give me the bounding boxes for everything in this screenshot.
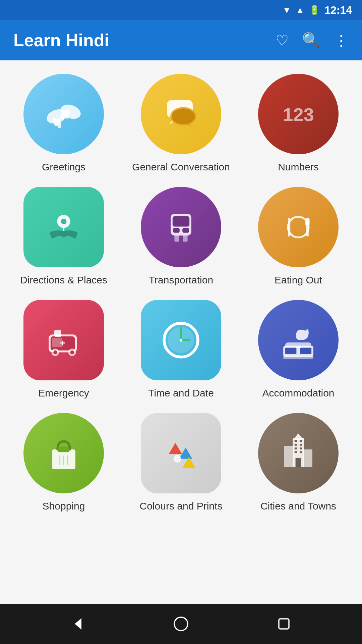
svg-marker-48 bbox=[169, 443, 182, 454]
svg-rect-40 bbox=[285, 347, 297, 354]
battery-icon: 🔋 bbox=[309, 5, 320, 15]
accommodation-svg bbox=[275, 317, 322, 364]
svg-rect-60 bbox=[295, 447, 297, 449]
category-eating-out[interactable]: Eating Out bbox=[245, 187, 352, 286]
accommodation-icon bbox=[258, 300, 339, 380]
svg-rect-41 bbox=[300, 347, 312, 354]
time-svg bbox=[158, 317, 204, 364]
svg-rect-59 bbox=[300, 444, 302, 446]
svg-rect-39 bbox=[285, 342, 311, 348]
svg-point-28 bbox=[53, 351, 57, 354]
svg-rect-19 bbox=[183, 235, 188, 242]
svg-rect-63 bbox=[300, 451, 302, 453]
colours-icon bbox=[141, 413, 221, 493]
svg-rect-61 bbox=[300, 447, 302, 449]
cities-icon bbox=[258, 413, 339, 493]
navigation-bar bbox=[0, 604, 362, 644]
category-grid: Greetings General Conversation 123 bbox=[10, 74, 352, 513]
category-shopping[interactable]: Shopping bbox=[10, 413, 117, 513]
svg-rect-67 bbox=[279, 619, 289, 629]
cities-towns-label: Cities and Towns bbox=[260, 499, 336, 513]
numbers-svg: 123 bbox=[275, 91, 322, 138]
time-date-label: Time and Date bbox=[148, 386, 214, 399]
svg-rect-17 bbox=[182, 228, 189, 233]
shopping-svg bbox=[40, 430, 87, 477]
emergency-icon: + bbox=[23, 300, 104, 380]
directions-svg bbox=[40, 204, 87, 251]
svg-rect-57 bbox=[300, 440, 302, 442]
svg-rect-64 bbox=[296, 458, 301, 467]
svg-point-37 bbox=[180, 339, 182, 341]
svg-rect-21 bbox=[288, 218, 290, 236]
header-actions: ♡ 🔍 ⋮ bbox=[276, 32, 349, 49]
category-cities-towns[interactable]: Cities and Towns bbox=[245, 413, 352, 513]
eating-icon bbox=[258, 187, 339, 267]
status-icons: ▼ ▲ 🔋 12:14 bbox=[283, 4, 352, 16]
transportation-svg bbox=[158, 204, 204, 251]
greetings-label: Greetings bbox=[42, 160, 85, 173]
recents-button[interactable] bbox=[270, 610, 297, 637]
svg-point-51 bbox=[174, 455, 181, 463]
directions-places-label: Directions & Places bbox=[20, 273, 107, 286]
app-title: Learn Hindi bbox=[13, 30, 276, 50]
svg-rect-62 bbox=[295, 451, 297, 453]
category-accommodation[interactable]: Accommodation bbox=[245, 300, 352, 399]
greetings-icon bbox=[23, 74, 104, 154]
numbers-label: Numbers bbox=[278, 160, 319, 173]
header: Learn Hindi ♡ 🔍 ⋮ bbox=[0, 20, 362, 60]
category-time-date[interactable]: Time and Date bbox=[127, 300, 235, 399]
category-general-conversation[interactable]: General Conversation bbox=[127, 74, 235, 173]
favorite-button[interactable]: ♡ bbox=[276, 32, 289, 49]
svg-rect-55 bbox=[303, 449, 312, 467]
status-bar: ▼ ▲ 🔋 12:14 bbox=[0, 0, 362, 20]
colours-prints-label: Colours and Prints bbox=[140, 499, 223, 513]
category-numbers[interactable]: 123 Numbers bbox=[245, 74, 352, 173]
time-icon bbox=[141, 300, 221, 380]
svg-marker-65 bbox=[75, 618, 81, 630]
wifi-icon: ▼ bbox=[283, 5, 291, 15]
category-transportation[interactable]: Transportation bbox=[127, 187, 235, 286]
svg-rect-56 bbox=[295, 440, 297, 442]
numbers-icon: 123 bbox=[258, 74, 339, 154]
svg-rect-58 bbox=[295, 444, 297, 446]
svg-point-13 bbox=[61, 219, 67, 224]
category-directions-places[interactable]: Directions & Places bbox=[10, 187, 117, 286]
status-time: 12:14 bbox=[324, 4, 352, 16]
eating-svg bbox=[275, 204, 322, 251]
more-options-button[interactable]: ⋮ bbox=[334, 32, 349, 49]
svg-rect-42 bbox=[283, 356, 313, 359]
general-conversation-label: General Conversation bbox=[132, 160, 230, 173]
directions-icon bbox=[23, 187, 104, 267]
svg-rect-15 bbox=[173, 216, 189, 227]
emergency-svg: + bbox=[40, 317, 87, 364]
back-button[interactable] bbox=[65, 610, 92, 637]
main-content: Greetings General Conversation 123 bbox=[0, 60, 362, 604]
svg-point-29 bbox=[70, 351, 74, 354]
svg-text:123: 123 bbox=[283, 104, 314, 125]
svg-marker-53 bbox=[293, 433, 304, 440]
svg-rect-32 bbox=[52, 338, 62, 347]
svg-rect-18 bbox=[174, 235, 179, 242]
transportation-label: Transportation bbox=[149, 273, 213, 286]
category-colours-prints[interactable]: Colours and Prints bbox=[127, 413, 235, 513]
svg-rect-16 bbox=[173, 228, 180, 233]
svg-point-66 bbox=[174, 617, 188, 631]
eating-out-label: Eating Out bbox=[275, 273, 322, 286]
shopping-icon bbox=[23, 413, 104, 493]
svg-rect-30 bbox=[54, 330, 61, 337]
conversation-svg bbox=[158, 91, 204, 138]
category-greetings[interactable]: Greetings bbox=[10, 74, 117, 173]
home-button[interactable] bbox=[168, 610, 194, 637]
svg-rect-44 bbox=[58, 446, 69, 452]
general-icon bbox=[141, 74, 221, 154]
svg-rect-54 bbox=[284, 446, 294, 467]
svg-rect-23 bbox=[305, 218, 310, 226]
emergency-label: Emergency bbox=[38, 386, 89, 399]
search-button[interactable]: 🔍 bbox=[302, 32, 320, 49]
category-emergency[interactable]: + Emergency bbox=[10, 300, 117, 399]
svg-point-9 bbox=[172, 108, 195, 124]
handshake-svg bbox=[40, 91, 87, 138]
colours-svg bbox=[158, 430, 204, 477]
cities-svg bbox=[275, 430, 322, 477]
signal-icon: ▲ bbox=[296, 5, 304, 15]
